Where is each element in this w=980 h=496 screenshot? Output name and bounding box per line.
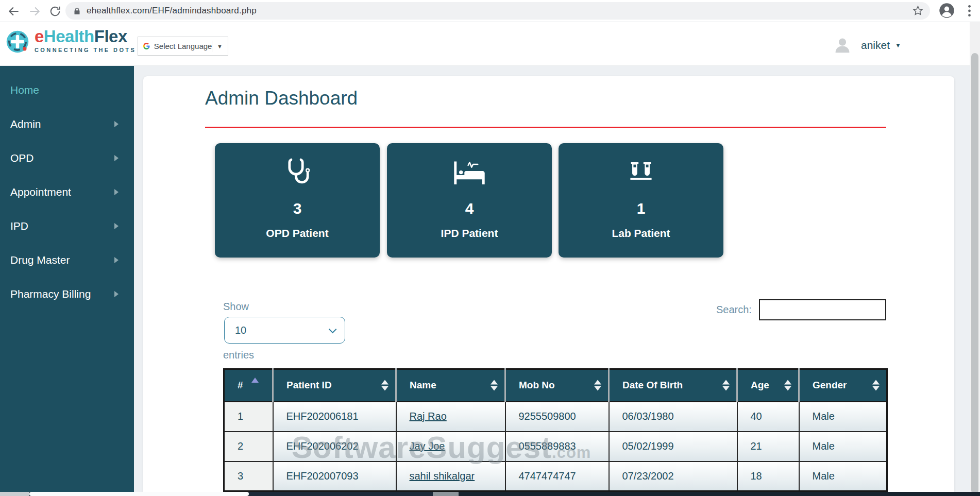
stat-count: 3: [293, 200, 302, 217]
browser-profile-button[interactable]: [939, 3, 955, 19]
vertical-scrollbar-thumb[interactable]: [971, 53, 978, 494]
column-header-age[interactable]: Age: [737, 369, 799, 402]
sidebar-item-ipd[interactable]: IPD: [0, 209, 134, 243]
patient-name-link[interactable]: Raj Rao: [410, 411, 447, 422]
horizontal-scrollbar[interactable]: [0, 492, 980, 496]
sidebar-item-label: Admin: [10, 118, 41, 130]
sort-icon: [491, 380, 498, 391]
cell-mob-no: 0555889883: [505, 432, 609, 461]
submenu-arrow-icon: [114, 291, 119, 297]
sidebar-item-label: Pharmacy Billing: [10, 288, 91, 300]
cell-date-of-birth: 05/02/1999: [609, 432, 737, 461]
column-header-date-of-birth[interactable]: Date Of Birth: [609, 369, 737, 402]
separator: [212, 41, 212, 52]
stat-label: Lab Patient: [612, 227, 670, 240]
column-header-name[interactable]: Name: [396, 369, 505, 402]
sidebar-menu: Home Admin OPD Appointment IPD Drug Mast…: [0, 66, 134, 311]
reload-button[interactable]: [47, 4, 63, 19]
cell-index: 3: [224, 461, 273, 491]
sidebar-item-opd[interactable]: OPD: [0, 141, 134, 175]
column-header-gender[interactable]: Gender: [799, 369, 887, 402]
chevron-down-icon: ▼: [217, 43, 223, 49]
cell-mob-no: 4747474747: [505, 461, 609, 491]
cell-age: 21: [737, 432, 799, 461]
cell-patient-id: EHF202006181: [273, 402, 396, 432]
sidebar-item-drug-master[interactable]: Drug Master: [0, 243, 134, 277]
sidebar-item-appointment[interactable]: Appointment: [0, 175, 134, 209]
brand-tagline: CONNECTING THE DOTS: [35, 47, 136, 53]
table-row: 3 EHF202007093 sahil shikalgar 474747474…: [224, 461, 887, 491]
column-header-mob-no[interactable]: Mob No: [505, 369, 609, 402]
stat-card-opd-patient: 3 OPD Patient: [215, 143, 380, 258]
column-header-index[interactable]: #: [224, 369, 273, 402]
content-area: Admin Dashboard 3 OPD Patient: [134, 66, 980, 492]
browser-menu-button[interactable]: [968, 4, 971, 18]
google-icon: [143, 41, 150, 51]
sidebar-item-label: Drug Master: [10, 254, 70, 266]
cell-age: 18: [737, 461, 799, 491]
cell-name: Jay Joe: [396, 432, 505, 461]
patient-name-link[interactable]: sahil shikalgar: [410, 470, 475, 482]
forward-arrow-icon: [28, 5, 41, 18]
logo[interactable]: eHealthFlex CONNECTING THE DOTS: [5, 27, 136, 55]
cell-index: 1: [224, 402, 273, 432]
address-bar[interactable]: ehealthflex.com/EHF/admindashboard.php: [65, 2, 930, 20]
sort-icon: [784, 380, 791, 391]
user-menu[interactable]: aniket ▼: [833, 36, 901, 55]
app-header: eHealthFlex CONNECTING THE DOTS Select L…: [0, 22, 980, 66]
bed-icon: [452, 156, 486, 189]
sidebar-item-label: IPD: [10, 220, 28, 232]
language-selector[interactable]: Select Language ▼: [138, 37, 228, 56]
cell-index: 2: [224, 432, 273, 461]
sidebar-item-label: Appointment: [10, 186, 71, 198]
logo-mark-icon: [5, 27, 30, 55]
sort-icon: [872, 380, 880, 391]
stat-count: 4: [465, 200, 474, 217]
back-button[interactable]: [6, 4, 22, 19]
search-label: Search:: [716, 304, 752, 316]
cell-age: 40: [737, 402, 799, 432]
sidebar-item-pharmacy-billing[interactable]: Pharmacy Billing: [0, 277, 134, 311]
dashboard-panel: Admin Dashboard 3 OPD Patient: [143, 76, 954, 492]
back-arrow-icon: [7, 5, 21, 18]
cell-date-of-birth: 06/03/1980: [609, 402, 737, 432]
brand-name: eHealthFlex: [35, 27, 136, 46]
table-row: 2 EHF202006202 Jay Joe 0555889883 05/02/…: [224, 432, 887, 461]
kebab-menu-icon: [968, 4, 971, 18]
patient-name-link[interactable]: Jay Joe: [410, 440, 445, 452]
language-selector-label: Select Language: [154, 42, 212, 50]
sidebar-item-admin[interactable]: Admin: [0, 107, 134, 141]
table-row: 1 EHF202006181 Raj Rao 9255509800 06/03/…: [224, 402, 887, 432]
cell-mob-no: 9255509800: [505, 402, 609, 432]
sidebar-item-home[interactable]: Home: [0, 73, 134, 107]
stat-count: 1: [637, 200, 646, 217]
submenu-arrow-icon: [114, 121, 119, 127]
chevron-down-icon: ▼: [895, 42, 901, 49]
page-size-select[interactable]: 10: [224, 317, 345, 344]
scrollbar-track-segment: [0, 492, 29, 496]
cell-name: sahil shikalgar: [396, 461, 505, 491]
chevron-down-icon: [329, 325, 337, 333]
column-label: #: [238, 380, 243, 390]
cell-name: Raj Rao: [396, 402, 505, 432]
user-name: aniket: [861, 39, 890, 52]
horizontal-scrollbar-thumb[interactable]: [29, 492, 249, 496]
profile-avatar-icon: [939, 3, 955, 19]
forward-button[interactable]: [27, 4, 42, 19]
stethoscope-icon: [282, 156, 312, 189]
table-header-row: # Patient ID Name Mob No Date Of Birth A…: [224, 369, 887, 402]
search-input[interactable]: [759, 299, 886, 320]
sort-icon: [722, 380, 730, 391]
reload-icon: [49, 5, 61, 18]
title-divider: [205, 127, 886, 128]
column-header-patient-id[interactable]: Patient ID: [273, 369, 396, 402]
scrollbar-track-segment: [249, 492, 433, 496]
submenu-arrow-icon: [114, 223, 119, 229]
sidebar-item-label: OPD: [10, 152, 34, 164]
submenu-arrow-icon: [114, 155, 119, 161]
entries-label: entries: [223, 349, 254, 361]
bookmark-star-icon[interactable]: [912, 5, 924, 16]
sidebar: Home Admin OPD Appointment IPD Drug Mast…: [0, 66, 134, 492]
vertical-scrollbar[interactable]: [970, 22, 980, 492]
vials-icon: [625, 156, 657, 189]
